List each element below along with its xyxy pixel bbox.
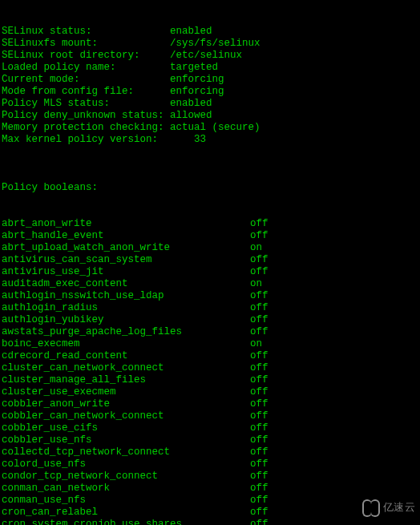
- boolean-value: off: [250, 507, 269, 519]
- boolean-name: colord_use_nfs: [2, 458, 250, 470]
- boolean-name: abrt_anon_write: [2, 218, 250, 230]
- boolean-name: cluster_can_network_connect: [2, 362, 250, 374]
- boolean-name: cobbler_use_cifs: [2, 422, 250, 434]
- boolean-name: boinc_execmem: [2, 338, 250, 350]
- boolean-row: cobbler_can_network_connectoff: [2, 410, 418, 422]
- boolean-row: condor_tcp_network_connectoff: [2, 470, 418, 483]
- status-line: SELinuxfs mount: /sys/fs/selinux: [2, 38, 418, 50]
- boolean-name: cobbler_use_nfs: [2, 434, 250, 446]
- boolean-row: colord_use_nfsoff: [2, 458, 418, 470]
- boolean-name: cluster_use_execmem: [2, 386, 250, 398]
- boolean-value: off: [250, 302, 269, 314]
- boolean-name: awstats_purge_apache_log_files: [2, 326, 250, 338]
- boolean-name: authlogin_nsswitch_use_ldap: [2, 290, 250, 302]
- boolean-row: cron_can_relabeloff: [2, 507, 418, 519]
- boolean-name: cron_system_cronjob_use_shares: [2, 519, 250, 525]
- boolean-row: cron_system_cronjob_use_sharesoff: [2, 519, 418, 525]
- boolean-value: off: [250, 266, 269, 278]
- boolean-row: cobbler_anon_writeoff: [2, 398, 418, 410]
- boolean-value: off: [250, 362, 269, 374]
- boolean-value: off: [250, 290, 269, 302]
- boolean-value: off: [250, 398, 269, 410]
- boolean-row: abrt_upload_watch_anon_writeon: [2, 242, 418, 254]
- boolean-row: abrt_anon_writeoff: [2, 218, 418, 230]
- status-line: SELinux status: enabled: [2, 26, 418, 38]
- boolean-name: abrt_handle_event: [2, 230, 250, 242]
- boolean-name: auditadm_exec_content: [2, 278, 250, 290]
- boolean-value: on: [250, 242, 262, 254]
- booleans-header: Policy booleans:: [2, 182, 418, 194]
- boolean-value: off: [250, 230, 269, 242]
- boolean-row: cdrecord_read_contentoff: [2, 350, 418, 362]
- boolean-value: off: [250, 470, 269, 483]
- boolean-row: conman_can_networkoff: [2, 483, 418, 495]
- boolean-name: conman_can_network: [2, 483, 250, 495]
- boolean-name: authlogin_yubikey: [2, 314, 250, 326]
- boolean-name: conman_use_nfs: [2, 495, 250, 507]
- selinux-status-block: SELinux status: enabledSELinuxfs mount: …: [2, 26, 418, 146]
- status-line: Policy deny_unknown status: allowed: [2, 110, 418, 122]
- boolean-value: off: [250, 446, 269, 458]
- boolean-value: off: [250, 218, 269, 230]
- boolean-value: off: [250, 350, 269, 362]
- boolean-row: authlogin_nsswitch_use_ldapoff: [2, 290, 418, 302]
- boolean-name: cobbler_anon_write: [2, 398, 250, 410]
- boolean-value: off: [250, 458, 269, 470]
- boolean-row: cluster_manage_all_filesoff: [2, 374, 418, 386]
- boolean-row: abrt_handle_eventoff: [2, 230, 418, 242]
- status-line: Current mode: enforcing: [2, 74, 418, 86]
- boolean-row: collectd_tcp_network_connectoff: [2, 446, 418, 458]
- boolean-row: cluster_can_network_connectoff: [2, 362, 418, 374]
- boolean-value: off: [250, 374, 269, 386]
- boolean-name: authlogin_radius: [2, 302, 250, 314]
- boolean-value: off: [250, 519, 269, 525]
- boolean-row: antivirus_can_scan_systemoff: [2, 254, 418, 266]
- boolean-row: antivirus_use_jitoff: [2, 266, 418, 278]
- boolean-value: off: [250, 254, 269, 266]
- boolean-name: condor_tcp_network_connect: [2, 470, 250, 483]
- boolean-name: collectd_tcp_network_connect: [2, 446, 250, 458]
- boolean-name: antivirus_can_scan_system: [2, 254, 250, 266]
- boolean-name: cron_can_relabel: [2, 507, 250, 519]
- boolean-name: cluster_manage_all_files: [2, 374, 250, 386]
- boolean-row: cluster_use_execmemoff: [2, 386, 418, 398]
- boolean-value: off: [250, 386, 269, 398]
- boolean-row: cobbler_use_cifsoff: [2, 422, 418, 434]
- boolean-value: off: [250, 314, 269, 326]
- boolean-row: auditadm_exec_contenton: [2, 278, 418, 290]
- status-line: SELinux root directory: /etc/selinux: [2, 50, 418, 62]
- boolean-row: authlogin_radiusoff: [2, 302, 418, 314]
- boolean-row: awstats_purge_apache_log_filesoff: [2, 326, 418, 338]
- boolean-value: on: [250, 338, 262, 350]
- terminal-output[interactable]: SELinux status: enabledSELinuxfs mount: …: [0, 0, 420, 525]
- watermark-logo-icon: [362, 498, 380, 515]
- boolean-row: conman_use_nfsoff: [2, 495, 418, 507]
- boolean-name: cdrecord_read_content: [2, 350, 250, 362]
- boolean-name: antivirus_use_jit: [2, 266, 250, 278]
- boolean-name: abrt_upload_watch_anon_write: [2, 242, 250, 254]
- watermark-text: 亿速云: [383, 501, 416, 513]
- boolean-value: on: [250, 278, 262, 290]
- status-line: Max kernel policy version: 33: [2, 134, 418, 146]
- status-line: Policy MLS status: enabled: [2, 98, 418, 110]
- boolean-value: off: [250, 434, 269, 446]
- boolean-name: cobbler_can_network_connect: [2, 410, 250, 422]
- boolean-row: cobbler_use_nfsoff: [2, 434, 418, 446]
- boolean-value: off: [250, 483, 269, 495]
- boolean-value: off: [250, 326, 269, 338]
- status-line: Loaded policy name: targeted: [2, 62, 418, 74]
- watermark: 亿速云: [362, 498, 416, 515]
- status-line: Mode from config file: enforcing: [2, 86, 418, 98]
- boolean-row: authlogin_yubikeyoff: [2, 314, 418, 326]
- booleans-list: abrt_anon_writeoffabrt_handle_eventoffab…: [2, 218, 418, 525]
- boolean-value: off: [250, 410, 269, 422]
- status-line: Memory protection checking: actual (secu…: [2, 122, 418, 134]
- boolean-value: off: [250, 495, 269, 507]
- boolean-row: boinc_execmemon: [2, 338, 418, 350]
- boolean-value: off: [250, 422, 269, 434]
